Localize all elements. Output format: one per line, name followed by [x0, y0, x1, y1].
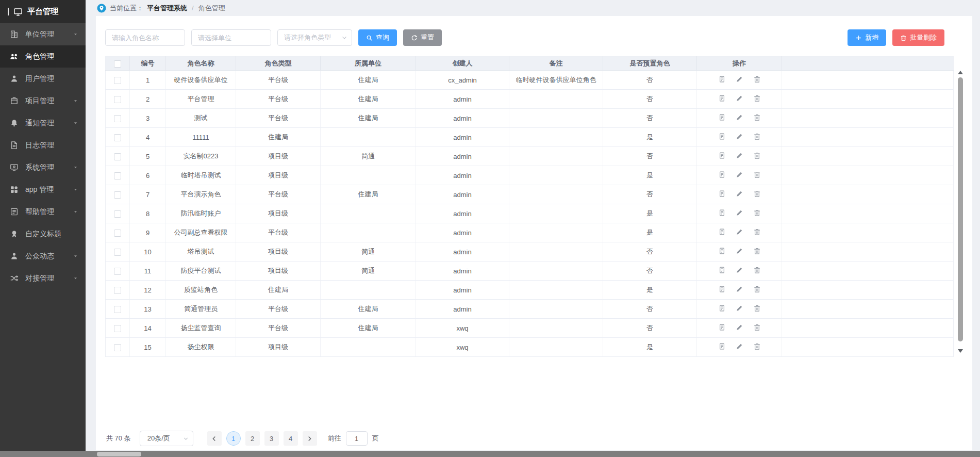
sidebar-item-user[interactable]: 用户管理 — [0, 68, 86, 90]
delete-button[interactable] — [753, 304, 761, 312]
sidebar-item-notice[interactable]: 通知管理 — [0, 112, 86, 134]
row-checkbox[interactable] — [114, 115, 121, 122]
sidebar-item-project[interactable]: 项目管理 — [0, 90, 86, 112]
row-checkbox[interactable] — [114, 268, 121, 275]
view-button[interactable] — [718, 190, 726, 198]
pagination-total: 共 70 条 — [106, 434, 131, 443]
sidebar-item-help[interactable]: 帮助管理 — [0, 201, 86, 223]
breadcrumb-root[interactable]: 平台管理系统 — [147, 4, 187, 13]
view-button[interactable] — [718, 228, 726, 236]
row-checkbox[interactable] — [114, 191, 121, 199]
edit-button[interactable] — [736, 171, 743, 178]
edit-button[interactable] — [736, 75, 743, 83]
select-all-checkbox[interactable] — [114, 60, 121, 68]
view-button[interactable] — [718, 75, 726, 83]
view-button[interactable] — [718, 323, 726, 331]
delete-button[interactable] — [753, 285, 761, 293]
delete-button[interactable] — [753, 171, 761, 178]
caret-down-icon — [73, 165, 78, 170]
delete-button[interactable] — [753, 323, 761, 331]
row-checkbox[interactable] — [114, 325, 121, 332]
edit-button[interactable] — [736, 209, 743, 217]
row-checkbox[interactable] — [114, 306, 121, 313]
edit-button[interactable] — [736, 323, 743, 331]
role-name-input[interactable] — [105, 29, 185, 46]
view-button[interactable] — [718, 209, 726, 217]
edit-button[interactable] — [736, 304, 743, 312]
scroll-down-arrow[interactable] — [958, 349, 963, 353]
search-button[interactable]: 查询 — [358, 29, 397, 46]
next-page-button[interactable] — [303, 431, 317, 446]
delete-button[interactable] — [753, 75, 761, 83]
row-checkbox[interactable] — [114, 153, 121, 160]
reset-button[interactable]: 重置 — [403, 29, 442, 46]
delete-button[interactable] — [753, 113, 761, 121]
row-checkbox[interactable] — [114, 230, 121, 237]
view-button[interactable] — [718, 266, 726, 274]
edit-button[interactable] — [736, 342, 743, 350]
page-button-1[interactable]: 1 — [226, 431, 241, 446]
delete-button[interactable] — [753, 133, 761, 140]
page-button-3[interactable]: 3 — [264, 431, 279, 446]
view-button[interactable] — [718, 171, 726, 178]
prev-page-button[interactable] — [207, 431, 222, 446]
delete-button[interactable] — [753, 152, 761, 159]
view-button[interactable] — [718, 152, 726, 159]
edit-button[interactable] — [736, 152, 743, 159]
row-checkbox[interactable] — [114, 210, 121, 218]
row-checkbox[interactable] — [114, 134, 121, 141]
row-checkbox[interactable] — [114, 77, 121, 84]
edit-button[interactable] — [736, 228, 743, 236]
sidebar-item-system[interactable]: 系统管理 — [0, 156, 86, 178]
cell-actions — [697, 185, 782, 204]
cell-unit — [321, 281, 416, 300]
edit-button[interactable] — [736, 113, 743, 121]
delete-button[interactable] — [753, 342, 761, 350]
delete-button[interactable] — [753, 190, 761, 198]
goto-page-input[interactable] — [346, 431, 368, 446]
row-checkbox[interactable] — [114, 172, 121, 179]
sidebar-item-role[interactable]: 角色管理 — [0, 45, 86, 68]
sidebar-item-log[interactable]: 日志管理 — [0, 134, 86, 156]
delete-button[interactable] — [753, 247, 761, 255]
edit-button[interactable] — [736, 285, 743, 293]
view-button[interactable] — [718, 304, 726, 312]
row-checkbox[interactable] — [114, 344, 121, 351]
row-checkbox[interactable] — [114, 96, 121, 103]
edit-button[interactable] — [736, 190, 743, 198]
sidebar-item-unit[interactable]: 单位管理 — [0, 23, 86, 45]
cell-creator: xwq — [416, 319, 509, 338]
view-button[interactable] — [718, 342, 726, 350]
edit-button[interactable] — [736, 247, 743, 255]
view-button[interactable] — [718, 94, 726, 102]
scrollbar-thumb[interactable] — [958, 77, 963, 341]
edit-button[interactable] — [736, 133, 743, 140]
cell-unit — [321, 338, 416, 357]
sidebar-item-integration[interactable]: 对接管理 — [0, 267, 86, 289]
sidebar-item-public[interactable]: 公众动态 — [0, 245, 86, 267]
page-size-select[interactable]: 20条/页 — [140, 431, 193, 446]
page-button-4[interactable]: 4 — [284, 431, 298, 446]
delete-button[interactable] — [753, 228, 761, 236]
horizontal-scrollbar-thumb[interactable] — [97, 452, 141, 456]
page-button-2[interactable]: 2 — [245, 431, 260, 446]
view-button[interactable] — [718, 285, 726, 293]
delete-button[interactable] — [753, 266, 761, 274]
add-button[interactable]: 新增 — [848, 29, 886, 46]
edit-button[interactable] — [736, 94, 743, 102]
edit-button[interactable] — [736, 266, 743, 274]
search-icon — [366, 35, 373, 41]
delete-button[interactable] — [753, 94, 761, 102]
unit-input[interactable] — [191, 29, 271, 46]
delete-button[interactable] — [753, 209, 761, 217]
row-checkbox[interactable] — [114, 287, 121, 294]
sidebar-item-custom-title[interactable]: 自定义标题 — [0, 223, 86, 245]
sidebar-item-app[interactable]: app 管理 — [0, 178, 86, 201]
row-checkbox[interactable] — [114, 249, 121, 256]
view-button[interactable] — [718, 247, 726, 255]
view-button[interactable] — [718, 113, 726, 121]
scroll-up-arrow[interactable] — [958, 71, 963, 74]
batch-delete-button[interactable]: 批量删除 — [892, 29, 944, 46]
role-type-select[interactable]: 请选择角色类型 — [277, 29, 352, 46]
view-button[interactable] — [718, 133, 726, 140]
